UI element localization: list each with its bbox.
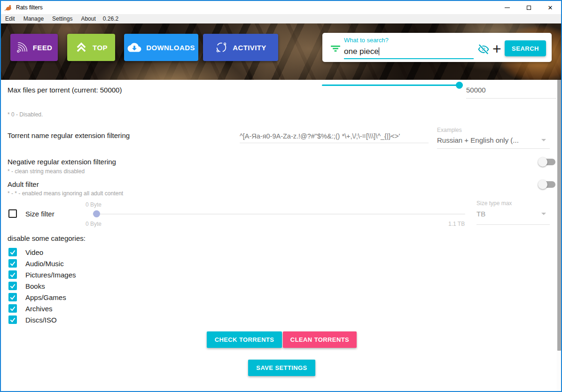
minimize-icon [505,8,510,8]
category-label: Books [25,282,45,290]
size-type-label: Size type max [476,200,512,207]
size-type-dropdown-arrow[interactable] [541,213,546,215]
examples-dropdown-arrow[interactable] [541,139,546,141]
examples-dropdown[interactable]: Russian + English only (... [437,136,538,144]
downloads-button-label: DOWNLOADS [146,44,195,52]
maximize-icon [527,6,531,10]
search-input[interactable]: one piece [344,45,474,59]
check-torrents-button[interactable]: CHECK TORRENTS [207,331,282,348]
feed-button-label: FEED [33,44,53,52]
negative-regex-toggle[interactable] [539,159,555,165]
negative-regex-hint: * - clean string means disabled [8,168,85,175]
feed-button[interactable]: FEED [10,34,58,61]
category-row: Archives [8,304,53,313]
top-button[interactable]: TOP [67,34,115,61]
category-row: Books [8,282,45,290]
chevrons-up-icon [75,41,88,54]
negative-regex-label: Negative regular extension filtering [8,158,116,166]
settings-panel: Max files per torrent (current: 50000) 5… [1,80,561,391]
toggle-knob [538,180,547,189]
filter-icon [331,46,340,52]
scrollbar[interactable] [557,80,561,391]
clean-torrents-button[interactable]: CLEAN TORRENTS [283,331,357,348]
save-settings-button[interactable]: SAVE SETTINGS [248,360,315,376]
toggle-knob [538,157,547,167]
category-checkbox[interactable] [8,293,17,301]
category-checkbox[interactable] [8,315,17,324]
size-filter-label: Size filter [25,210,55,218]
activity-sync-icon [215,41,228,54]
category-label: Pictures/Images [25,271,76,279]
category-label: Discs/ISO [25,316,57,324]
category-label: Archives [25,305,53,313]
slider-thumb[interactable] [456,82,463,89]
rat-app-icon [5,4,13,11]
category-label: Apps/Games [25,293,66,301]
version-label: 0.26.2 [100,15,121,22]
category-label: Video [25,248,43,256]
category-row: Apps/Games [8,293,66,301]
menu-manage[interactable]: Manage [19,15,48,22]
downloads-button[interactable]: DOWNLOADS [124,34,198,61]
minimize-button[interactable] [496,1,518,14]
max-files-input[interactable]: 50000 [466,86,486,94]
examples-label: Examples [437,127,462,133]
menu-about[interactable]: About [77,15,100,22]
category-row: Pictures/Images [8,270,76,279]
close-icon: ✕ [548,5,553,11]
category-row: Discs/ISO [8,315,57,324]
top-button-label: TOP [93,44,108,52]
regex-input[interactable]: ^[А-Яа-я0-9A-Za-z.!@?#"$%&:;() *\+,\/;\-… [240,132,429,143]
activity-button[interactable]: ACTIVITY [203,34,278,61]
size-filter-checkbox[interactable] [8,209,17,218]
categories-heading: disable some categories: [8,234,86,242]
max-files-slider[interactable] [322,82,463,89]
add-search-icon[interactable]: + [492,38,501,59]
regex-label: Torrent name regular extension filtering [8,131,130,139]
category-checkbox[interactable] [8,282,17,290]
slider-thumb[interactable] [93,210,100,217]
category-checkbox[interactable] [8,270,17,279]
activity-button-label: ACTIVITY [233,44,266,52]
header: FEED TOP DOWNLOADS [1,23,561,80]
size-current-label: 0 Byte [86,201,101,208]
adult-filter-toggle[interactable] [539,181,555,188]
category-row: Video [8,248,43,256]
app-window: Rats filters ✕ Edit Manage Settings Abou… [0,0,562,392]
text-caret [379,47,379,55]
size-min-label: 0 Byte [86,221,101,227]
category-row: Audio/Music [8,259,64,268]
feed-icon [16,41,28,54]
title-bar: Rats filters ✕ [1,1,561,14]
search-label: What to search? [344,37,389,44]
menu-settings[interactable]: Settings [48,15,77,22]
cloud-download-icon [127,42,141,53]
size-filter-slider[interactable] [93,210,465,217]
category-checkbox[interactable] [8,248,17,256]
scrollbar-thumb[interactable] [557,80,561,351]
size-type-dropdown[interactable]: TB [476,210,485,218]
adult-filter-label: Adult filter [8,180,39,188]
menu-bar: Edit Manage Settings About 0.26.2 [1,14,561,23]
menu-edit[interactable]: Edit [1,15,19,22]
search-card: What to search? one piece + SEARCH [322,33,552,62]
max-files-hint: * 0 - Disabled. [8,111,43,118]
category-checkbox[interactable] [8,304,17,313]
search-button[interactable]: SEARCH [505,40,546,56]
eye-off-icon[interactable] [477,43,490,55]
close-button[interactable]: ✕ [539,1,561,14]
search-value: one piece [344,47,379,56]
size-max-label: 1.1 TB [448,221,465,227]
category-label: Audio/Music [25,260,64,268]
category-checkbox[interactable] [8,259,17,268]
adult-filter-hint: * - * - enabled means ignoring all adult… [8,190,123,197]
window-title: Rats filters [16,4,43,11]
max-files-label: Max files per torrent (current: 50000) [8,86,122,94]
maximize-button[interactable] [518,1,539,14]
